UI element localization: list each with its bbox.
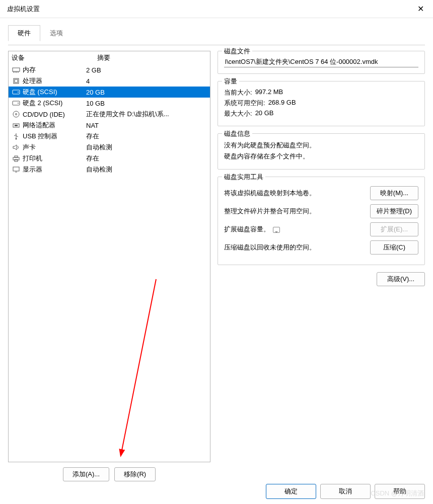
device-list-box: 设备 摘要 内存2 GB处理器4硬盘 (SCSI)20 GB硬盘 2 (SCSI…	[8, 51, 210, 462]
memory-icon	[12, 66, 21, 74]
device-summary: NAT	[86, 122, 207, 129]
device-summary: 存在	[86, 154, 207, 163]
remove-button[interactable]: 移除(R)	[114, 467, 156, 481]
column-summary: 摘要	[97, 53, 110, 62]
help-button[interactable]: 帮助	[375, 484, 425, 499]
capacity-group: 容量 当前大小:997.2 MB 系统可用空间:268.9 GB 最大大小:20…	[218, 81, 425, 126]
disk-file-path[interactable]	[224, 56, 418, 67]
device-summary: 20 GB	[86, 89, 207, 96]
display-icon	[12, 165, 21, 174]
current-size-value: 997.2 MB	[255, 88, 283, 97]
svg-rect-6	[15, 79, 18, 82]
device-summary: 存在	[86, 132, 207, 141]
tab-options[interactable]: 选项	[40, 25, 73, 41]
free-space-label: 系统可用空间:	[224, 99, 265, 108]
cpu-icon	[12, 77, 21, 85]
svg-point-11	[13, 111, 19, 117]
disk-tools-title: 磁盘实用工具	[222, 173, 265, 182]
max-size-label: 最大大小:	[224, 109, 252, 118]
tab-hardware[interactable]: 硬件	[8, 25, 40, 41]
disk-info-group: 磁盘信息 没有为此硬盘预分配磁盘空间。 硬盘内容存储在多个文件中。	[218, 133, 425, 170]
disk-info-line1: 没有为此硬盘预分配磁盘空间。	[224, 141, 418, 150]
expand-desc: 扩展磁盘容量。	[224, 225, 365, 234]
device-name: 硬盘 (SCSI)	[23, 88, 57, 97]
max-size-value: 20 GB	[255, 109, 274, 118]
device-summary: 自动检测	[86, 143, 207, 152]
device-name: 硬盘 2 (SCSI)	[23, 99, 62, 108]
net-icon	[12, 121, 21, 129]
device-row[interactable]: USB 控制器存在	[9, 131, 210, 142]
svg-rect-14	[15, 125, 18, 126]
disk-info-title: 磁盘信息	[222, 129, 252, 138]
device-row[interactable]: 声卡自动检测	[9, 142, 210, 153]
sound-icon	[12, 143, 21, 151]
free-space-value: 268.9 GB	[268, 99, 296, 108]
capacity-title: 容量	[222, 77, 239, 86]
compact-desc: 压缩磁盘以回收未使用的空间。	[224, 243, 365, 252]
svg-point-10	[18, 103, 19, 104]
disk-icon	[12, 99, 21, 107]
compact-button[interactable]: 压缩(C)	[370, 240, 418, 255]
svg-rect-17	[15, 156, 18, 157]
window-title: 虚拟机设置	[7, 5, 40, 14]
device-name: USB 控制器	[23, 132, 57, 141]
device-name: 内存	[23, 65, 36, 74]
current-size-label: 当前大小:	[224, 88, 252, 97]
svg-point-8	[18, 92, 19, 93]
device-summary: 正在使用文件 D:\虚拟机\系...	[86, 110, 207, 119]
svg-rect-0	[13, 68, 20, 71]
disk-file-title: 磁盘文件	[222, 47, 252, 56]
device-name: 处理器	[23, 76, 42, 86]
device-row[interactable]: CD/DVD (IDE)正在使用文件 D:\虚拟机\系...	[9, 109, 210, 120]
expand-button: 扩展(E)...	[370, 222, 418, 236]
svg-point-15	[16, 138, 17, 140]
svg-point-12	[16, 114, 17, 115]
map-button[interactable]: 映射(M)...	[370, 186, 418, 200]
cd-icon	[12, 110, 21, 118]
comment-icon	[273, 227, 280, 233]
defrag-button[interactable]: 碎片整理(D)	[370, 204, 418, 218]
map-desc: 将该虚拟机磁盘映射到本地卷。	[224, 189, 365, 198]
usb-icon	[12, 132, 21, 140]
svg-rect-19	[13, 167, 19, 171]
add-button[interactable]: 添加(A)...	[63, 467, 109, 481]
disk-icon	[12, 88, 21, 96]
printer-icon	[12, 154, 21, 162]
defrag-desc: 整理文件碎片并整合可用空间。	[224, 207, 365, 216]
device-row[interactable]: 网络适配器NAT	[9, 120, 210, 131]
device-row[interactable]: 处理器4	[9, 75, 210, 87]
disk-tools-group: 磁盘实用工具 将该虚拟机磁盘映射到本地卷。 映射(M)... 整理文件碎片并整合…	[218, 177, 425, 265]
device-row[interactable]: 硬盘 2 (SCSI)10 GB	[9, 98, 210, 109]
device-summary: 2 GB	[86, 66, 207, 74]
device-summary: 自动检测	[86, 165, 207, 174]
device-name: 显示器	[23, 165, 42, 174]
disk-info-line2: 硬盘内容存储在多个文件中。	[224, 152, 418, 161]
device-name: CD/DVD (IDE)	[23, 111, 65, 118]
disk-file-group: 磁盘文件	[218, 51, 425, 74]
device-name: 网络适配器	[23, 121, 55, 130]
device-summary: 10 GB	[86, 100, 207, 107]
close-icon[interactable]: ✕	[413, 3, 428, 15]
column-device: 设备	[12, 53, 97, 62]
device-row[interactable]: 显示器自动检测	[9, 164, 210, 175]
ok-button[interactable]: 确定	[266, 484, 316, 499]
advanced-button[interactable]: 高级(V)...	[377, 272, 425, 286]
device-summary: 4	[86, 77, 207, 85]
device-name: 声卡	[23, 143, 36, 152]
device-row[interactable]: 硬盘 (SCSI)20 GB	[9, 87, 210, 98]
cancel-button[interactable]: 取消	[320, 484, 371, 499]
device-row[interactable]: 打印机存在	[9, 153, 210, 164]
device-row[interactable]: 内存2 GB	[9, 64, 210, 75]
device-name: 打印机	[23, 154, 42, 163]
